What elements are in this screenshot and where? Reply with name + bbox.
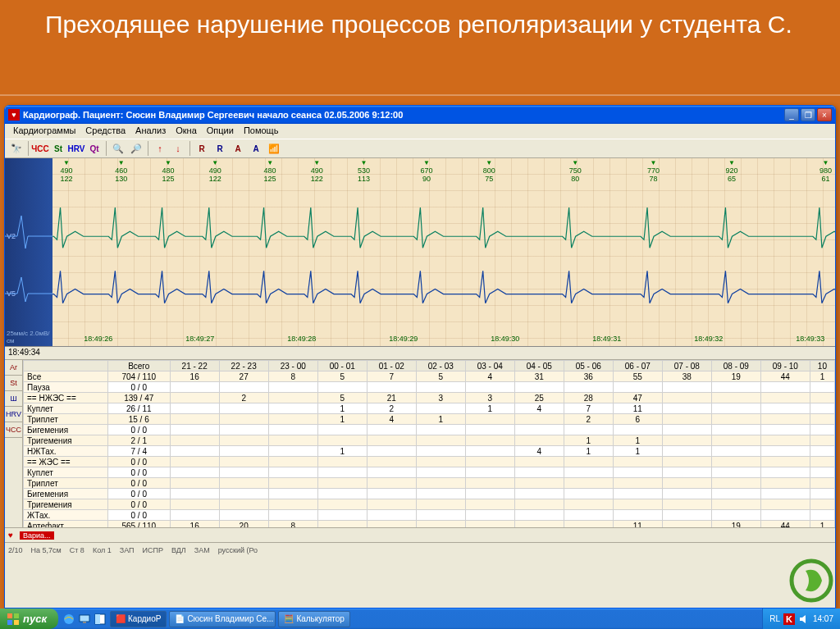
- table-header[interactable]: 22 - 23: [219, 361, 268, 371]
- table-header[interactable]: 21 - 22: [170, 361, 219, 371]
- a-button-2[interactable]: A: [248, 140, 264, 157]
- table-cell: 19: [711, 371, 760, 382]
- table-header[interactable]: 09 - 10: [760, 361, 810, 371]
- table-header[interactable]: 01 - 02: [367, 361, 416, 371]
- row-label: Все: [24, 371, 108, 382]
- menu-pomoshch[interactable]: Помощь: [239, 124, 284, 139]
- table-header[interactable]: 00 - 01: [317, 361, 367, 371]
- qt-button[interactable]: Qt: [86, 140, 103, 157]
- table-cell: [711, 393, 760, 403]
- table-cell: [317, 467, 367, 478]
- table-header[interactable]: 10: [810, 361, 834, 371]
- zoom-out-icon[interactable]: 🔎: [128, 140, 144, 157]
- volume-icon[interactable]: [798, 613, 810, 625]
- table-header[interactable]: 08 - 09: [711, 361, 760, 371]
- tray-clock[interactable]: 14:07: [813, 614, 833, 623]
- table-header[interactable]: 07 - 08: [662, 361, 711, 371]
- table-row[interactable]: Бигемения0 / 0: [24, 489, 835, 499]
- zoom-in-icon[interactable]: 🔍: [110, 140, 126, 157]
- menu-optsii[interactable]: Опции: [202, 124, 239, 139]
- table-header[interactable]: 02 - 03: [416, 361, 465, 371]
- table-cell: [564, 467, 613, 478]
- table-row[interactable]: Триплет15 / 614126: [24, 414, 835, 425]
- minimize-button[interactable]: _: [784, 108, 799, 121]
- table-cell: [662, 499, 711, 510]
- vtab-st[interactable]: St: [5, 376, 22, 391]
- table-row[interactable]: Пауза0 / 0: [24, 382, 835, 393]
- binoculars-icon[interactable]: 🔭: [8, 140, 25, 157]
- table-cell: [514, 499, 564, 510]
- table-row[interactable]: Куплет26 / 111214711: [24, 403, 835, 414]
- table-cell: [367, 521, 416, 528]
- ie-icon[interactable]: [62, 612, 76, 627]
- chss-button[interactable]: ЧСС: [32, 140, 48, 157]
- vtab-chss[interactable]: ЧСС: [5, 422, 22, 438]
- table-row[interactable]: ЖТах.0 / 0: [24, 510, 835, 521]
- taskbar-item[interactable]: 📄Сюсин Владимир Се...: [169, 611, 276, 627]
- table-cell: [367, 446, 416, 457]
- desktop-icon[interactable]: [77, 612, 92, 627]
- up-arrow-icon[interactable]: ↑: [152, 140, 168, 157]
- table-header[interactable]: 04 - 05: [514, 361, 564, 371]
- table-row[interactable]: == ЖЭС ==0 / 0: [24, 457, 835, 467]
- table-header[interactable]: 06 - 07: [613, 361, 662, 371]
- ecg-plot[interactable]: 4901224601304801254901224801254901225301…: [52, 158, 835, 346]
- system-tray[interactable]: RL K 14:07: [762, 608, 840, 629]
- table-cell: [219, 414, 268, 425]
- table-cell: [564, 521, 613, 528]
- menu-okna[interactable]: Окна: [171, 124, 202, 139]
- taskbar-item[interactable]: 🟥КардиоР: [110, 611, 167, 627]
- table-row[interactable]: Артефакт565 / 110162081119441: [24, 521, 835, 528]
- table-cell: 0 / 0: [107, 478, 170, 489]
- ecg-area[interactable]: V2 V5 25мм/с 2.0мВ/см 490122460130480125…: [5, 158, 835, 347]
- close-button[interactable]: ×: [817, 108, 832, 121]
- menu-analiz[interactable]: Анализ: [130, 124, 171, 139]
- table-row[interactable]: Все704 / 1101627857543136553819441: [24, 371, 835, 382]
- table-cell: [613, 489, 662, 499]
- row-label: == ЖЭС ==: [24, 457, 108, 467]
- hrv-button[interactable]: HRV: [68, 140, 84, 157]
- menu-kardiogrammy[interactable]: Кардиограммы: [8, 124, 80, 139]
- table-row[interactable]: НЖТах.7 / 41411: [24, 446, 835, 457]
- table-header[interactable]: [24, 361, 108, 371]
- start-button[interactable]: пуск: [0, 608, 58, 629]
- table-cell: [711, 478, 760, 489]
- table-cell: [662, 489, 711, 499]
- vtab-ar[interactable]: Ar: [5, 360, 22, 376]
- table-row[interactable]: Бигемения0 / 0: [24, 425, 835, 435]
- table-row[interactable]: Тригемения2 / 111: [24, 435, 835, 446]
- table-header[interactable]: 23 - 00: [268, 361, 317, 371]
- vtab-sh[interactable]: Ш: [5, 391, 22, 407]
- table-cell: [514, 457, 564, 467]
- kaspersky-icon[interactable]: K: [783, 613, 795, 625]
- r-button-2[interactable]: R: [212, 140, 228, 157]
- table-header[interactable]: 03 - 04: [465, 361, 514, 371]
- table-row[interactable]: Тригемения0 / 0: [24, 499, 835, 510]
- signal-icon[interactable]: 📶: [266, 140, 282, 157]
- table-header[interactable]: Всего: [107, 361, 170, 371]
- table-cell: 139 / 47: [107, 393, 170, 403]
- status-tag[interactable]: Вариа...: [20, 531, 54, 540]
- taskbar-item[interactable]: 🧮Калькулятор: [278, 611, 350, 627]
- data-table[interactable]: Всего21 - 2222 - 2323 - 0000 - 0101 - 02…: [23, 360, 835, 527]
- svg-text:K: K: [786, 614, 792, 624]
- table-row[interactable]: == НЖЭС ==139 / 47252133252847: [24, 393, 835, 403]
- table-row[interactable]: Куплет0 / 0: [24, 467, 835, 478]
- table-cell: [810, 403, 834, 414]
- totalcmd-icon[interactable]: [93, 612, 107, 627]
- down-arrow-icon[interactable]: ↓: [170, 140, 186, 157]
- vtab-hrv[interactable]: HRV: [5, 407, 22, 422]
- st-button[interactable]: St: [50, 140, 66, 157]
- window-titlebar[interactable]: ♥ Кардиограф. Пациент: Сюсин Владимир Се…: [5, 106, 835, 124]
- table-cell: [810, 478, 834, 489]
- table-header[interactable]: 05 - 06: [564, 361, 613, 371]
- table-cell: [367, 467, 416, 478]
- a-button-1[interactable]: A: [230, 140, 246, 157]
- maximize-button[interactable]: ❐: [801, 108, 815, 121]
- r-button-1[interactable]: R: [194, 140, 210, 157]
- table-cell: [367, 510, 416, 521]
- menu-sredstva[interactable]: Средства: [80, 124, 130, 139]
- tray-lang[interactable]: RL: [769, 614, 780, 623]
- table-row[interactable]: Триплет0 / 0: [24, 478, 835, 489]
- table-cell: [268, 414, 317, 425]
